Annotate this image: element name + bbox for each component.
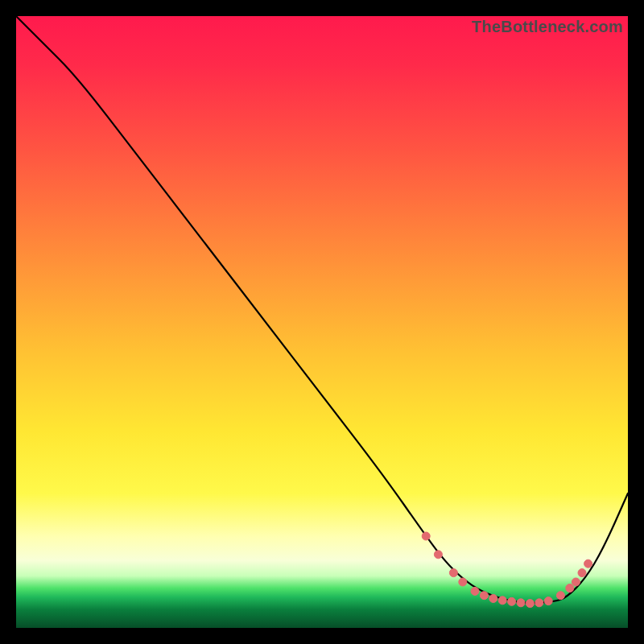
data-point	[584, 559, 592, 568]
data-point	[498, 597, 506, 605]
data-point	[535, 599, 543, 607]
data-point	[578, 569, 586, 577]
data-point	[556, 592, 564, 600]
data-point	[471, 587, 479, 595]
data-point	[449, 569, 457, 577]
data-point	[422, 532, 430, 540]
data-point	[566, 584, 574, 592]
data-point	[434, 551, 442, 559]
data-point	[526, 600, 534, 608]
data-point	[508, 597, 516, 605]
chart-frame: TheBottleneck.com	[16, 16, 628, 628]
data-point	[517, 599, 525, 607]
data-point	[489, 595, 497, 603]
data-point	[544, 597, 552, 605]
bottleneck-curve	[16, 16, 628, 603]
bottleneck-plot	[16, 16, 628, 628]
data-point	[459, 578, 467, 586]
data-point	[572, 578, 580, 586]
data-point	[480, 592, 488, 600]
